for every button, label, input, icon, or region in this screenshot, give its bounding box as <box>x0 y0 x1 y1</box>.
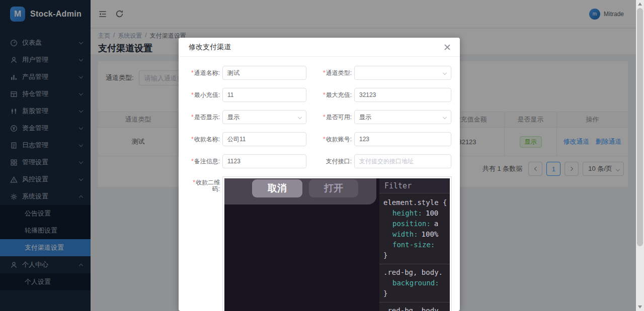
is-visible-select[interactable]: 显示 <box>222 110 306 124</box>
channel-name-input[interactable] <box>222 66 306 80</box>
field-label-pay-api: 支付接口: <box>320 158 352 165</box>
scroll-down-arrow-icon[interactable] <box>638 305 642 308</box>
payee-account-input[interactable] <box>354 132 451 146</box>
dialog-title: 修改支付渠道 <box>189 43 444 52</box>
screenshot-cancel-button: 取消 <box>252 179 302 197</box>
chevron-down-icon <box>443 71 447 75</box>
close-icon[interactable] <box>444 44 451 51</box>
field-label-max-amount: *最大充值: <box>320 92 352 98</box>
min-amount-input[interactable] <box>222 88 306 102</box>
scroll-up-arrow-icon[interactable] <box>638 3 642 6</box>
field-label-payee-account: *收款账号: <box>320 136 352 143</box>
payee-name-input[interactable] <box>222 132 306 146</box>
scrollbar-thumb[interactable] <box>637 8 643 246</box>
remark-input[interactable] <box>222 154 306 168</box>
browser-scrollbar[interactable] <box>636 0 644 311</box>
devtools-css-code: element.style { height:100 position:a wi… <box>379 193 450 311</box>
field-label-min-amount: *最小充值: <box>189 92 220 98</box>
field-label-channel-name: *通道名称: <box>189 70 220 76</box>
chevron-down-icon <box>298 115 302 119</box>
channel-type-select[interactable] <box>354 66 451 80</box>
is-available-value: 显示 <box>359 113 371 122</box>
field-label-channel-type: *通道类型: <box>320 70 352 76</box>
field-label-is-visible: *是否显示: <box>189 114 220 121</box>
field-label-remark: *备注信息: <box>189 158 220 165</box>
max-amount-input[interactable] <box>354 88 451 102</box>
field-label-is-available: *是否可用: <box>320 114 352 121</box>
chevron-down-icon <box>443 115 447 119</box>
pay-api-input[interactable] <box>354 154 451 168</box>
field-label-payee-name: *收款名称: <box>189 136 220 143</box>
devtools-filter-label: Filter <box>379 178 450 193</box>
qr-code-image: 取消 打开 Filter element.style { height:100 … <box>224 178 450 311</box>
screenshot-devtools-panel: Filter element.style { height:100 positi… <box>379 178 450 311</box>
is-visible-value: 显示 <box>227 113 239 122</box>
is-available-select[interactable]: 显示 <box>354 110 451 124</box>
field-label-qr-code: *收款二维码: <box>189 176 220 311</box>
edit-payment-channel-dialog: 修改支付渠道 *通道名称: *通道类型: *最小充值: *最大充值: <box>179 38 460 311</box>
qr-code-upload[interactable]: 取消 打开 Filter element.style { height:100 … <box>222 176 452 311</box>
screenshot-open-button: 打开 <box>309 179 358 197</box>
